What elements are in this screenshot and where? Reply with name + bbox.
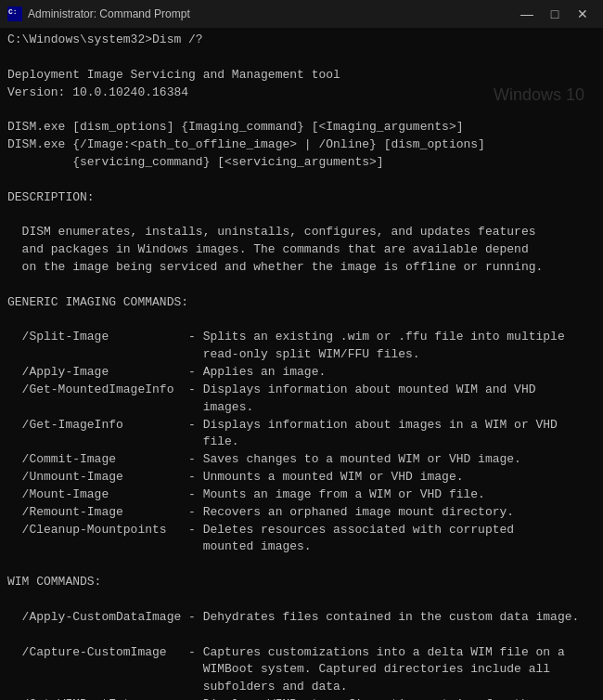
output-line: /Get-MountedImageInfo - Displays informa… [7, 382, 597, 399]
output-line: DISM.exe {/Image:<path_to_offline_image>… [7, 136, 597, 154]
output-line: C:\Windows\system32>Dism /? [7, 32, 597, 49]
output-line: /Remount-Image - Recovers an orphaned im… [7, 504, 597, 522]
output-line: DISM.exe [dism_options] {Imaging_command… [7, 119, 597, 136]
cmd-window: Administrator: Command Prompt — □ ✕ Wind… [0, 0, 603, 700]
terminal-content[interactable]: Windows 10 C:\Windows\system32>Dism /?De… [0, 28, 603, 700]
title-bar-controls: — □ ✕ [514, 4, 596, 24]
output-line [7, 277, 597, 294]
output-line [7, 206, 597, 224]
output-line: and packages in Windows images. The comm… [7, 241, 597, 259]
output-line [7, 101, 597, 119]
output-line: /Apply-Image - Applies an image. [7, 364, 597, 382]
output-line: Deployment Image Servicing and Managemen… [7, 67, 597, 84]
output-line: mounted images. [7, 538, 597, 556]
output-line: DESCRIPTION: [7, 189, 597, 207]
output-line: /Get-WIMBootEntry - Displays WIMBoot con… [7, 696, 597, 700]
output-line: /Capture-CustomImage - Captures customiz… [7, 644, 597, 662]
output-line: /Commit-Image - Saves changes to a mount… [7, 451, 597, 469]
cmd-icon [7, 6, 22, 21]
output-line: Version: 10.0.10240.16384 [7, 84, 597, 102]
output-line: WIM COMMANDS: [7, 574, 597, 591]
output-line [7, 591, 597, 609]
window-title: Administrator: Command Prompt [28, 7, 190, 20]
output-line [7, 49, 597, 67]
output-line: {servicing_command} [<servicing_argument… [7, 154, 597, 172]
output-line: /Split-Image - Splits an existing .wim o… [7, 329, 597, 346]
output-line: /Mount-Image - Mounts an image from a WI… [7, 486, 597, 504]
title-bar-left: Administrator: Command Prompt [7, 6, 190, 21]
output-line: on the image being serviced and whether … [7, 259, 597, 277]
output-line: images. [7, 399, 597, 417]
output-line: /Apply-CustomDataImage - Dehydrates file… [7, 609, 597, 627]
output-line: DISM enumerates, installs, uninstalls, c… [7, 224, 597, 241]
output-line: /Cleanup-Mountpoints - Deletes resources… [7, 522, 597, 539]
minimize-button[interactable]: — [514, 4, 540, 24]
output-line: WIMBoot system. Captured directories inc… [7, 661, 597, 679]
output-line: /Unmount-Image - Unmounts a mounted WIM … [7, 469, 597, 486]
output-line: read-only split WIM/FFU files. [7, 346, 597, 364]
output-line: /Get-ImageInfo - Displays information ab… [7, 417, 597, 434]
output-line [7, 312, 597, 330]
output-line: GENERIC IMAGING COMMANDS: [7, 294, 597, 312]
maximize-button[interactable]: □ [542, 4, 568, 24]
output-line: file. [7, 434, 597, 451]
output-line [7, 172, 597, 189]
close-button[interactable]: ✕ [570, 4, 596, 24]
output-lines: C:\Windows\system32>Dism /?Deployment Im… [7, 32, 597, 700]
output-line [7, 556, 597, 574]
output-line [7, 627, 597, 644]
title-bar: Administrator: Command Prompt — □ ✕ [0, 0, 603, 28]
output-line: subfolders and data. [7, 679, 597, 696]
